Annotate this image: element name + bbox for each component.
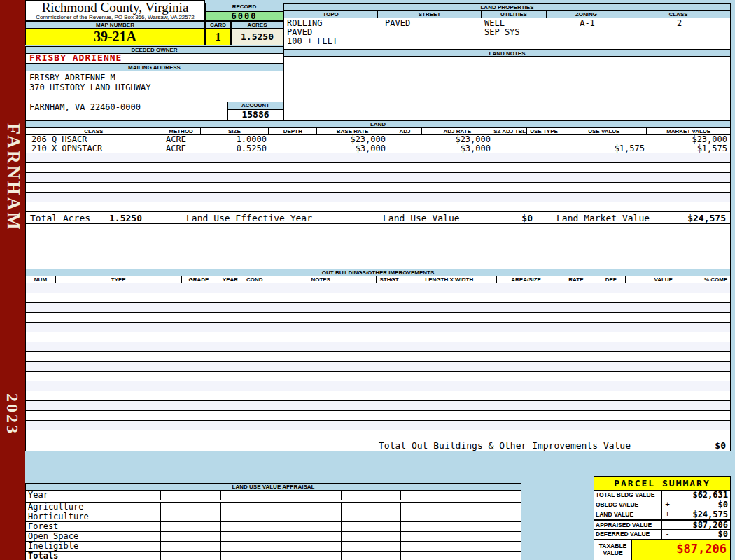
empty-row <box>26 430 730 440</box>
county-title: Richmond County, Virginia <box>26 1 204 15</box>
col-value: VALUE <box>626 276 701 283</box>
empty-row <box>26 284 730 293</box>
topo-value-3: 100 + FEET <box>287 37 337 46</box>
row-label: DEFERRED VALUE <box>594 530 662 539</box>
col-type: TYPE <box>56 276 182 283</box>
empty-row <box>26 332 730 342</box>
parcel-summary: PARCEL SUMMARY TOTAL BLDG VALUE $62,631 … <box>594 476 731 560</box>
land-notes-box <box>284 57 731 120</box>
col-method: METHOD <box>162 128 201 134</box>
empty-row <box>26 163 730 173</box>
class-column-header: CLASS <box>626 10 731 18</box>
cell-base-rate: $23,000 <box>295 135 386 144</box>
col-depth: DEPTH <box>269 128 317 134</box>
address-line: FRISBY ADRIENNE M <box>29 73 283 83</box>
taxable-value-row: TAXABLE VALUE $87,206 <box>594 540 730 560</box>
taxable-value: $87,206 <box>632 540 730 560</box>
col-dep: DEP <box>596 276 626 283</box>
empty-row <box>26 183 730 192</box>
tax-year-label: 2023 <box>3 393 22 435</box>
cell-market-value: $23,000 <box>636 135 727 144</box>
taxable-value-label: TAXABLE VALUE <box>594 540 632 560</box>
utilities-value-2: SEP SYS <box>484 28 520 37</box>
deeded-owner-value: FRISBY ADRIENNE <box>25 54 284 64</box>
land-properties-values: ROLLING PAVED 100 + FEET PAVED WELL SEP … <box>284 18 731 50</box>
land-totals-row: Total Acres 1.5250 Land Use Effective Ye… <box>26 212 730 225</box>
summary-row: LAND VALUE + $24,575 <box>594 510 730 520</box>
appraisal-header: LAND USE VALUE APPRAISAL <box>26 484 521 491</box>
appraisal-row-year: Year <box>26 491 521 500</box>
land-section-header: LAND <box>26 121 730 128</box>
col-num: NUM <box>26 276 56 283</box>
title-box: Richmond County, Virginia Commissioner o… <box>25 0 205 21</box>
land-market-value-label: Land Market Value <box>556 212 650 224</box>
col-pct-comp: % COMP <box>701 276 730 283</box>
col-notes: NOTES <box>265 276 377 283</box>
row-label: TOTAL BLDG VALUE <box>594 491 662 500</box>
address-line <box>29 92 283 102</box>
out-buildings-total-label: Total Out Buildings & Other Improvements… <box>379 440 631 451</box>
zoning-column-header: ZONING <box>547 10 626 18</box>
row-label: LAND VALUE <box>594 510 662 519</box>
empty-row <box>26 192 730 202</box>
cell-use-value: $1,575 <box>554 144 645 153</box>
empty-row <box>26 401 730 411</box>
mailing-address-header: MAILING ADDRESS <box>25 64 284 71</box>
row-op: - <box>662 530 673 539</box>
land-use-value-label: Land Use Value <box>383 212 460 224</box>
empty-row <box>26 411 730 421</box>
empty-row <box>26 342 730 352</box>
empty-row <box>26 372 730 382</box>
col-cond: COND <box>244 276 265 283</box>
out-buildings-header: OUT BUILDINGS/OTHER IMPROVEMENTS <box>26 270 730 276</box>
street-value: PAVED <box>385 19 410 28</box>
row-label: APPRAISED VALUE <box>594 521 662 529</box>
cell-size: 0.5250 <box>176 144 267 153</box>
row-label: OBLDG VALUE <box>594 500 662 510</box>
land-row: 210 X OPNSTACR ACRE 0.5250 $3,000 $3,000… <box>26 144 730 153</box>
cell-size: 1.0000 <box>176 135 267 144</box>
col-sz-adj-tbl: SZ ADJ TBL <box>493 128 527 134</box>
land-market-value: $24,575 <box>656 212 726 224</box>
cell-market-value: $1,575 <box>636 144 727 153</box>
out-buildings-column-headers: NUM TYPE GRADE YEAR COND NOTES STHGT LEN… <box>26 276 730 284</box>
map-number-value: 39-21A <box>25 28 205 46</box>
row-op: + <box>662 500 673 510</box>
row-value: $0 <box>673 530 730 539</box>
row-op: + <box>662 510 673 519</box>
total-acres-label: Total Acres <box>30 212 90 224</box>
empty-row <box>26 382 730 391</box>
parcel-summary-header: PARCEL SUMMARY <box>594 477 730 491</box>
row-op <box>662 521 673 529</box>
row-value: $87,206 <box>673 521 730 529</box>
cell-class: 206 Q HSACR <box>31 135 87 144</box>
row-value: $0 <box>673 500 730 510</box>
empty-row <box>26 323 730 332</box>
acres-value: 1.5250 <box>231 28 284 46</box>
cell-class: 210 X OPNSTACR <box>31 144 102 153</box>
col-market-value: MARKET VALUE <box>647 128 730 134</box>
summary-row: DEFERRED VALUE - $0 <box>594 530 730 540</box>
col-adj-rate: ADJ RATE <box>422 128 493 134</box>
col-use-type: USE TYPE <box>527 128 562 134</box>
row-value: $24,575 <box>673 510 730 519</box>
appraisal-row-ineligible: Ineligible <box>26 542 521 552</box>
col-size: SIZE <box>201 128 270 134</box>
appraisal-row-totals: Totals <box>26 552 521 560</box>
cell-base-rate: $3,000 <box>295 144 386 153</box>
total-acres-value: 1.5250 <box>109 212 142 224</box>
zoning-value: A-1 <box>547 19 627 28</box>
district-label: FARNHAM <box>3 123 24 232</box>
summary-row: OBLDG VALUE + $0 <box>594 500 730 510</box>
class-value: 2 <box>627 19 732 28</box>
empty-row <box>26 202 730 212</box>
empty-row <box>26 362 730 372</box>
col-class: CLASS <box>26 128 162 134</box>
land-properties-header: LAND PROPERTIES <box>284 4 731 10</box>
empty-row <box>26 421 730 430</box>
card-value: 1 <box>205 28 231 46</box>
empty-row <box>26 303 730 313</box>
col-year: YEAR <box>216 276 244 283</box>
utilities-column-header: UTILITIES <box>482 10 547 18</box>
blank-area <box>25 224 731 269</box>
